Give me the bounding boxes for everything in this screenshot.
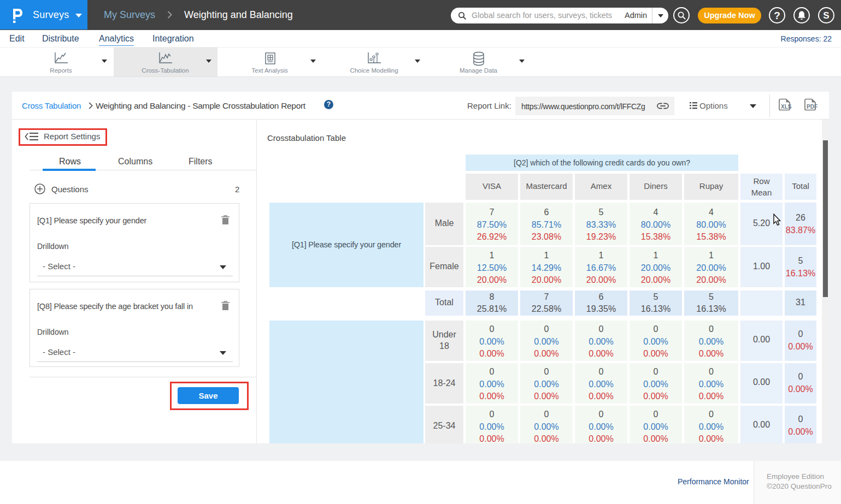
svg-text:PDF: PDF [807,104,818,110]
svg-text:XLS: XLS [781,104,792,110]
